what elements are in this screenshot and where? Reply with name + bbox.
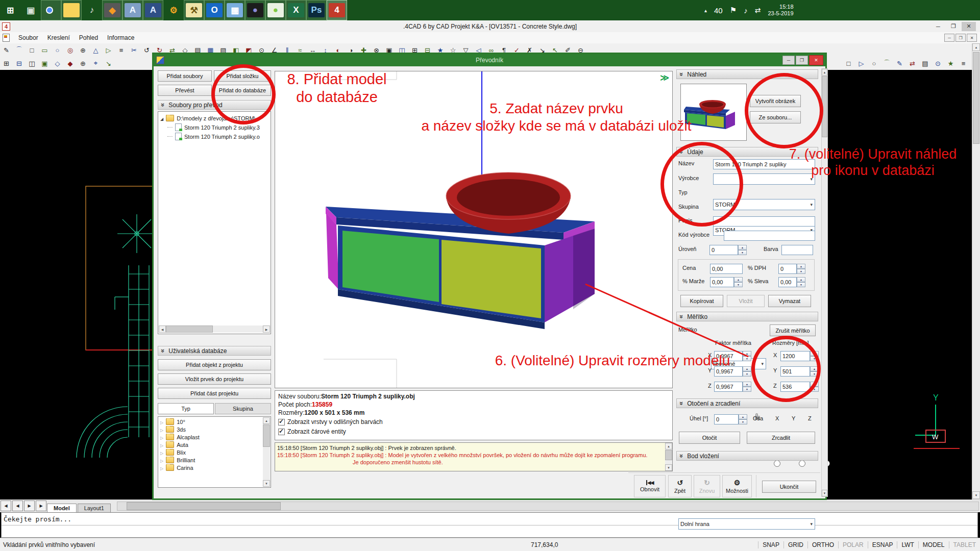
taskbar-app-icon[interactable]: X bbox=[286, 0, 306, 20]
toolbar-icon[interactable]: □ bbox=[842, 57, 855, 69]
scroll-thumb[interactable] bbox=[665, 450, 672, 460]
toolbar-icon[interactable]: ○ bbox=[868, 57, 880, 69]
toolbar-icon[interactable]: ⊕ bbox=[77, 57, 89, 69]
toolbar-icon[interactable]: ≡ bbox=[957, 57, 970, 69]
database-folder-item[interactable]: Alcaplast bbox=[160, 434, 271, 440]
scroll-up-arrow[interactable] bbox=[665, 443, 672, 449]
dialog-close-button[interactable]: ✕ bbox=[809, 55, 823, 65]
layers-colors-checkbox-row[interactable]: Zobrazit vrstvy v odlišných barvách bbox=[278, 418, 672, 425]
taskbar-app-icon[interactable]: ◆ bbox=[102, 0, 122, 20]
factor-z-spinner[interactable] bbox=[743, 382, 751, 392]
insert-point-combo[interactable]: Dolní hrana bbox=[678, 518, 815, 530]
status-toggle[interactable]: SNAP bbox=[758, 541, 783, 548]
discount-spinner[interactable] bbox=[797, 277, 805, 287]
status-toggle[interactable]: POLAR bbox=[838, 541, 868, 548]
files-tree[interactable]: D:\modely z dřevojasu\STORM\ Storm 120 T… bbox=[158, 111, 271, 334]
expand-icon[interactable] bbox=[160, 465, 163, 471]
scroll-left-arrow[interactable] bbox=[159, 325, 166, 333]
toolbar-icon[interactable]: △ bbox=[89, 44, 102, 56]
toolbar-icon[interactable]: ◇ bbox=[51, 57, 64, 69]
toolbar-icon[interactable]: ✎ bbox=[0, 44, 13, 56]
menu-item[interactable]: Pohled bbox=[75, 33, 103, 42]
tray-chevron-icon[interactable]: ▴ bbox=[704, 8, 707, 13]
tree-hscrollbar[interactable] bbox=[159, 325, 270, 333]
toolbar-icon[interactable]: ⌒ bbox=[880, 57, 893, 69]
reset-scale-button[interactable]: Zrušit měřítko bbox=[770, 324, 816, 336]
line-entities-checkbox-row[interactable]: Zobrazit čárové entity bbox=[278, 428, 672, 435]
mdi-close-button[interactable]: ✕ bbox=[967, 34, 977, 42]
angle-input[interactable]: 0 bbox=[714, 414, 739, 424]
close-button[interactable]: ✕ bbox=[962, 22, 976, 31]
refresh-button[interactable]: ◀◀ Obnovit bbox=[634, 475, 666, 497]
scroll-down-arrow[interactable] bbox=[665, 464, 672, 471]
taskbar-app-icon[interactable]: ⊞ bbox=[0, 0, 20, 20]
toolbar-icon[interactable]: ≡ bbox=[115, 44, 128, 56]
canvas-hscrollbar[interactable] bbox=[117, 502, 979, 511]
command-area[interactable]: Čekejte prosím... bbox=[1, 512, 978, 538]
expand-icon[interactable] bbox=[160, 457, 163, 463]
taskbar-app-icon[interactable]: O bbox=[204, 0, 225, 20]
status-toggle[interactable]: LWT bbox=[897, 541, 918, 548]
discount-input[interactable]: 0,00 bbox=[778, 277, 797, 287]
status-toggle[interactable]: TABLET bbox=[949, 541, 980, 548]
add-files-button[interactable]: Přidat soubory bbox=[158, 70, 212, 82]
scroll-thumb[interactable] bbox=[263, 424, 270, 447]
restore-button[interactable]: ❐ bbox=[946, 22, 961, 31]
paste-button[interactable]: Vložit bbox=[727, 295, 765, 307]
scroll-thumb[interactable] bbox=[973, 52, 979, 144]
toolbar-icon[interactable]: ○ bbox=[51, 44, 64, 56]
toolbar-icon[interactable]: ◆ bbox=[64, 57, 77, 69]
toolbar-icon[interactable]: ◎ bbox=[64, 44, 77, 56]
toolbar-icon[interactable]: ⊕ bbox=[77, 44, 89, 56]
panel-vscrollbar[interactable] bbox=[821, 68, 828, 497]
tray-number[interactable]: 40 bbox=[714, 6, 723, 15]
quit-button[interactable]: Ukončit bbox=[762, 481, 816, 493]
level-input[interactable]: 0 bbox=[709, 245, 738, 255]
clear-button[interactable]: Vymazat bbox=[768, 295, 811, 307]
database-folder-item[interactable]: Brilliant bbox=[160, 457, 271, 463]
scroll-right-arrow[interactable] bbox=[263, 325, 270, 333]
scroll-down-arrow[interactable] bbox=[822, 490, 827, 496]
description-input[interactable] bbox=[713, 216, 815, 227]
tab-layout1[interactable]: Layout1 bbox=[78, 504, 111, 512]
collapse-panel-chevron-icon[interactable] bbox=[660, 72, 669, 83]
scroll-down-arrow[interactable] bbox=[972, 491, 980, 499]
toolbar-icon[interactable]: ⊙ bbox=[932, 57, 944, 69]
scroll-up-arrow[interactable] bbox=[263, 417, 270, 424]
toolbar-icon[interactable]: ✎ bbox=[893, 57, 906, 69]
insert-point-section-header[interactable]: Bod vložení bbox=[676, 451, 818, 461]
tree-file[interactable]: Storm 120 Triumph 2 supliky.3 bbox=[184, 124, 260, 131]
toolbar-icon[interactable]: ⇄ bbox=[906, 57, 919, 69]
redo-button[interactable]: ↻ Znovu bbox=[694, 475, 720, 497]
vat-input[interactable]: 0 bbox=[778, 264, 797, 274]
taskbar-app-icon[interactable]: A bbox=[143, 0, 163, 20]
undo-button[interactable]: ↺ Zpět bbox=[668, 475, 692, 497]
expand-icon[interactable] bbox=[160, 442, 163, 448]
toolbar-icon[interactable]: ◫ bbox=[26, 57, 38, 69]
checkbox-checked-icon[interactable] bbox=[278, 419, 285, 425]
axis-y-radio[interactable] bbox=[799, 460, 805, 467]
taskbar-app-icon[interactable] bbox=[41, 0, 61, 20]
status-toggle[interactable]: ORTHO bbox=[807, 541, 838, 548]
taskbar-app-icon[interactable]: ⚒ bbox=[184, 0, 204, 20]
taskbar-app-icon[interactable]: Ps bbox=[306, 0, 327, 20]
database-folder-item[interactable]: 3ds bbox=[160, 426, 271, 433]
minimize-button[interactable]: ─ bbox=[931, 22, 945, 31]
toolbar-icon[interactable]: ✂ bbox=[128, 44, 140, 56]
toolbar-icon[interactable]: ↘ bbox=[102, 57, 115, 69]
taskbar-app-icon[interactable]: ⚙ bbox=[163, 0, 184, 20]
options-button[interactable]: ⚙ Možnosti bbox=[722, 475, 752, 497]
tab-nav-next[interactable]: ▶ bbox=[24, 500, 35, 511]
network-icon[interactable]: ⇄ bbox=[755, 6, 761, 14]
tab-typ[interactable]: Typ bbox=[158, 403, 214, 414]
insert-item-to-project-button[interactable]: Vložit prvek do projektu bbox=[158, 373, 271, 385]
scroll-up-arrow[interactable] bbox=[822, 69, 827, 76]
scroll-down-arrow[interactable] bbox=[263, 480, 270, 487]
rotate-button[interactable]: Otočit bbox=[679, 432, 740, 444]
toolbar-icon[interactable]: ▭ bbox=[38, 44, 51, 56]
expand-icon[interactable] bbox=[160, 449, 163, 456]
taskbar-app-icon[interactable]: ● bbox=[265, 0, 286, 20]
clock[interactable]: 15:18 23-5-2019 bbox=[768, 4, 793, 17]
toolbar-icon[interactable]: ↺ bbox=[140, 44, 153, 56]
copy-button[interactable]: Kopírovat bbox=[680, 295, 723, 307]
